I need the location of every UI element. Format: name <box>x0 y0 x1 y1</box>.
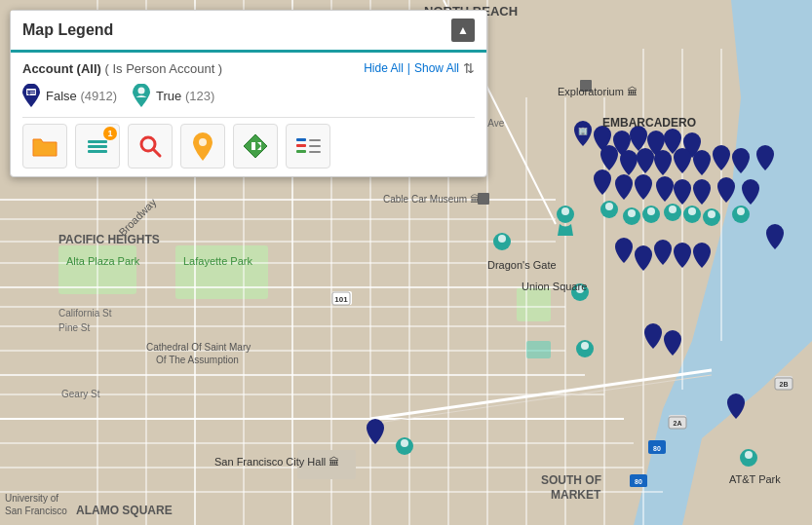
svg-rect-3 <box>175 245 268 299</box>
control-separator: | <box>407 61 410 75</box>
svg-rect-124 <box>309 139 321 141</box>
legend-body: Account (All) ( Is Person Account ) Hide… <box>11 53 486 176</box>
svg-rect-107 <box>26 89 36 95</box>
pin-button[interactable] <box>180 124 225 169</box>
false-pin-icon <box>22 84 40 107</box>
hide-all-link[interactable]: Hide All <box>364 61 404 75</box>
legend-panel: Map Legend ▲ Account (All) ( Is Person A… <box>10 10 487 177</box>
svg-text:San Francisco: San Francisco <box>5 506 67 516</box>
svg-text:Cathedral Of Saint Mary: Cathedral Of Saint Mary <box>146 342 251 353</box>
svg-point-59 <box>688 207 696 215</box>
svg-text:PACIFIC HEIGHTS: PACIFIC HEIGHTS <box>58 233 160 246</box>
svg-text:Dragon's Gate: Dragon's Gate <box>487 259 557 271</box>
false-label: False (4912) <box>46 89 117 103</box>
legend-controls: Hide All | Show All ⇅ <box>364 60 475 76</box>
folder-button[interactable] <box>22 124 67 169</box>
svg-rect-43 <box>526 341 551 358</box>
svg-rect-122 <box>296 144 306 147</box>
svg-text:Geary St: Geary St <box>61 389 100 399</box>
svg-text:Union Square: Union Square <box>522 281 587 292</box>
svg-point-117 <box>199 138 207 146</box>
directions-icon <box>242 132 269 160</box>
svg-text:AT&T Park: AT&T Park <box>729 473 781 485</box>
svg-line-116 <box>153 149 160 156</box>
svg-rect-112 <box>88 140 107 143</box>
legend-toolbar: 1 <box>22 117 475 169</box>
svg-point-69 <box>498 235 506 243</box>
svg-rect-126 <box>309 151 321 153</box>
folder-icon <box>31 134 58 158</box>
svg-point-71 <box>401 439 408 447</box>
true-pin-icon <box>133 84 150 107</box>
svg-text:2A: 2A <box>674 420 682 427</box>
map-container: 🏢 <box>0 0 812 525</box>
svg-text:Pine St: Pine St <box>58 322 90 333</box>
svg-point-49 <box>561 207 569 215</box>
layers-button[interactable]: 1 <box>75 124 120 169</box>
svg-rect-114 <box>88 150 107 153</box>
legend-items-row: False (4912) True (123) <box>22 84 475 107</box>
svg-text:Of The Assumption: Of The Assumption <box>156 355 239 365</box>
svg-point-55 <box>647 207 655 215</box>
svg-point-53 <box>628 209 636 217</box>
svg-rect-113 <box>88 145 107 148</box>
svg-text:80: 80 <box>653 445 661 452</box>
svg-rect-123 <box>296 150 306 153</box>
svg-point-61 <box>708 210 715 218</box>
svg-point-51 <box>605 203 613 210</box>
legend-item-false: False (4912) <box>22 84 117 107</box>
legend-collapse-button[interactable]: ▲ <box>451 19 475 42</box>
svg-point-111 <box>138 88 145 94</box>
legend-account-row: Account (All) ( Is Person Account ) Hide… <box>22 60 475 76</box>
svg-text:Lafayette Park: Lafayette Park <box>183 255 252 267</box>
show-all-link[interactable]: Show All <box>414 61 459 75</box>
menu-icon <box>294 134 322 158</box>
search-button[interactable] <box>128 124 173 169</box>
svg-text:Alta Plaza Park: Alta Plaza Park <box>66 255 140 267</box>
svg-text:101: 101 <box>334 295 348 304</box>
svg-text:Cable Car Museum 🏛: Cable Car Museum 🏛 <box>383 194 480 205</box>
svg-point-57 <box>669 206 677 213</box>
svg-text:2B: 2B <box>780 381 789 388</box>
legend-account-label: Account (All) ( Is Person Account ) <box>22 61 222 76</box>
svg-text:EMBARCADERO: EMBARCADERO <box>602 116 696 130</box>
svg-point-63 <box>737 207 745 215</box>
svg-rect-4 <box>517 287 551 321</box>
svg-text:Exploratorium 🏛: Exploratorium 🏛 <box>558 86 638 97</box>
legend-title: Map Legend <box>22 21 113 39</box>
svg-text:California St: California St <box>58 308 112 319</box>
svg-text:🏢: 🏢 <box>578 126 588 135</box>
svg-point-67 <box>581 342 589 350</box>
search-icon <box>136 132 164 160</box>
legend-header: Map Legend ▲ <box>11 11 486 53</box>
menu-button[interactable] <box>286 124 330 169</box>
layers-badge: 1 <box>103 127 117 140</box>
sort-icon[interactable]: ⇅ <box>463 60 475 76</box>
svg-text:San Francisco City Hall 🏛: San Francisco City Hall 🏛 <box>214 456 339 468</box>
pin-icon <box>191 131 214 161</box>
svg-rect-121 <box>296 138 306 141</box>
svg-text:University of: University of <box>5 493 58 504</box>
svg-text:80: 80 <box>635 478 642 485</box>
legend-item-true: True (123) <box>133 84 214 107</box>
svg-text:MARKET: MARKET <box>551 488 601 502</box>
svg-text:ALAMO SQUARE: ALAMO SQUARE <box>76 504 173 517</box>
svg-rect-125 <box>309 145 321 147</box>
directions-button[interactable] <box>233 124 278 169</box>
collapse-icon: ▲ <box>457 23 469 37</box>
true-label: True (123) <box>156 89 214 103</box>
svg-point-73 <box>745 451 753 459</box>
svg-text:SOUTH OF: SOUTH OF <box>541 473 601 487</box>
